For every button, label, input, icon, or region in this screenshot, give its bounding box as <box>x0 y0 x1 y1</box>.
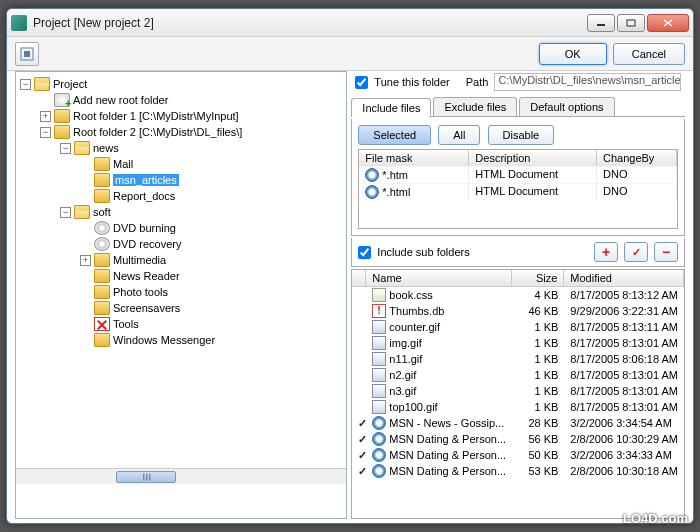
include-subfolders-checkbox[interactable] <box>358 246 371 259</box>
minus-icon: − <box>662 244 670 260</box>
tree-news[interactable]: −news <box>16 140 346 156</box>
ie-icon <box>365 168 379 182</box>
tree-horizontal-scrollbar[interactable] <box>16 468 346 484</box>
folder-open-icon <box>74 141 90 155</box>
tree-soft[interactable]: −soft <box>16 204 346 220</box>
collapse-icon[interactable]: − <box>60 207 71 218</box>
file-row[interactable]: ✓MSN Dating & Person...53 KB2/8/2006 10:… <box>352 463 684 479</box>
remove-mask-button[interactable]: − <box>654 242 678 262</box>
tune-folder-label: Tune this folder <box>374 76 449 88</box>
titlebar[interactable]: Project [New project 2] <box>7 9 693 37</box>
tree-dvd-burning[interactable]: DVD burning <box>16 220 346 236</box>
minimize-button[interactable] <box>587 14 615 32</box>
right-pane: Tune this folder Path C:\MyDistr\DL_file… <box>351 71 685 519</box>
content-area: −Project Add new root folder +Root folde… <box>7 71 693 523</box>
ie-icon <box>372 464 386 478</box>
folder-icon <box>94 269 110 283</box>
file-row[interactable]: top100.gif1 KB8/17/2005 8:13:01 AM <box>352 399 684 415</box>
filter-disable-button[interactable]: Disable <box>488 125 555 145</box>
mask-grid: File mask Description ChangeBy *.htmHTML… <box>358 149 678 229</box>
svg-rect-5 <box>24 51 30 57</box>
tab-include-files[interactable]: Include files <box>351 98 431 117</box>
col-size[interactable]: Size <box>512 270 564 286</box>
expand-icon[interactable]: + <box>40 111 51 122</box>
tree-tools[interactable]: Tools <box>16 316 346 332</box>
collapse-icon[interactable]: − <box>60 143 71 154</box>
close-button[interactable] <box>647 14 689 32</box>
tree-photo-tools[interactable]: Photo tools <box>16 284 346 300</box>
file-list-header: Name Size Modified <box>352 270 684 287</box>
ie-icon <box>372 448 386 462</box>
project-tool-icon[interactable] <box>15 42 39 66</box>
gif-icon <box>372 352 386 366</box>
tree-dvd-recovery[interactable]: DVD recovery <box>16 236 346 252</box>
file-row[interactable]: n2.gif1 KB8/17/2005 8:13:01 AM <box>352 367 684 383</box>
tree-root-folder-1[interactable]: +Root folder 1 [C:\MyDistr\MyInput] <box>16 108 346 124</box>
mask-row[interactable]: *.htmHTML DocumentDNO <box>359 166 677 183</box>
plus-icon: + <box>602 244 610 260</box>
file-list[interactable]: Name Size Modified book.css4 KB8/17/2005… <box>351 269 685 519</box>
file-row[interactable]: book.css4 KB8/17/2005 8:13:12 AM <box>352 287 684 303</box>
check-mark: ✓ <box>352 449 366 462</box>
app-icon <box>11 15 27 31</box>
tune-folder-checkbox[interactable] <box>355 76 368 89</box>
gif-icon <box>372 368 386 382</box>
tree-mail[interactable]: Mail <box>16 156 346 172</box>
mask-row[interactable]: *.htmlHTML DocumentDNO <box>359 183 677 200</box>
file-row[interactable]: ✓MSN Dating & Person...56 KB2/8/2006 10:… <box>352 431 684 447</box>
col-changeby[interactable]: ChangeBy <box>597 150 677 166</box>
folder-icon <box>94 253 110 267</box>
check-mark: ✓ <box>352 417 366 430</box>
css-icon <box>372 288 386 302</box>
col-modified[interactable]: Modified <box>564 270 684 286</box>
col-file-mask[interactable]: File mask <box>359 150 469 166</box>
cancel-button[interactable]: Cancel <box>613 43 685 65</box>
tab-default-options[interactable]: Default options <box>519 97 614 116</box>
folder-open-icon <box>34 77 50 91</box>
file-row[interactable]: n11.gif1 KB8/17/2005 8:06:18 AM <box>352 351 684 367</box>
disc-icon <box>94 237 110 251</box>
tree-screensavers[interactable]: Screensavers <box>16 300 346 316</box>
include-subfolders-label: Include sub folders <box>377 246 469 258</box>
tree-report-docs[interactable]: Report_docs <box>16 188 346 204</box>
tree-root[interactable]: −Project <box>16 76 346 92</box>
tree-root-folder-2[interactable]: −Root folder 2 [C:\MyDistr\DL_files\] <box>16 124 346 140</box>
tree-news-reader[interactable]: News Reader <box>16 268 346 284</box>
collapse-icon[interactable]: − <box>20 79 31 90</box>
window-title: Project [New project 2] <box>33 16 587 30</box>
path-field[interactable]: C:\MyDistr\DL_files\news\msn_articles\ <box>494 73 681 91</box>
expand-icon[interactable]: + <box>80 255 91 266</box>
file-row[interactable]: Thumbs.db46 KB9/29/2006 3:22:31 AM <box>352 303 684 319</box>
file-row[interactable]: img.gif1 KB8/17/2005 8:13:01 AM <box>352 335 684 351</box>
folder-open-icon <box>74 205 90 219</box>
ok-button[interactable]: OK <box>539 43 607 65</box>
mask-grid-header: File mask Description ChangeBy <box>359 150 677 166</box>
filter-all-button[interactable]: All <box>438 125 480 145</box>
file-row[interactable]: counter.gif1 KB8/17/2005 8:13:11 AM <box>352 319 684 335</box>
file-row[interactable]: n3.gif1 KB8/17/2005 8:13:01 AM <box>352 383 684 399</box>
watermark: LO4D.com <box>623 511 688 526</box>
ie-icon <box>372 432 386 446</box>
add-mask-button[interactable]: + <box>594 242 618 262</box>
edit-mask-button[interactable]: ✓ <box>624 242 648 262</box>
tree-pane[interactable]: −Project Add new root folder +Root folde… <box>15 71 347 519</box>
tree-add-root[interactable]: Add new root folder <box>16 92 346 108</box>
filter-selected-button[interactable]: Selected <box>358 125 431 145</box>
file-row[interactable]: ✓MSN - News - Gossip...28 KB3/2/2006 3:3… <box>352 415 684 431</box>
scrollbar-thumb[interactable] <box>116 471 176 483</box>
maximize-button[interactable] <box>617 14 645 32</box>
tab-exclude-files[interactable]: Exclude files <box>433 97 517 116</box>
tabs: Include files Exclude files Default opti… <box>351 97 685 117</box>
file-row[interactable]: ✓MSN Dating & Person...50 KB3/2/2006 3:3… <box>352 447 684 463</box>
gif-icon <box>372 400 386 414</box>
check-icon: ✓ <box>632 246 641 259</box>
tree-msn-articles[interactable]: msn_articles <box>16 172 346 188</box>
folder-icon <box>94 333 110 347</box>
ie-icon <box>365 185 379 199</box>
collapse-icon[interactable]: − <box>40 127 51 138</box>
tree-windows-messenger[interactable]: Windows Messenger <box>16 332 346 348</box>
tree-multimedia[interactable]: +Multimedia <box>16 252 346 268</box>
col-description[interactable]: Description <box>469 150 597 166</box>
col-name[interactable]: Name <box>366 270 512 286</box>
tab-body: Selected All Disable File mask Descripti… <box>351 119 685 236</box>
